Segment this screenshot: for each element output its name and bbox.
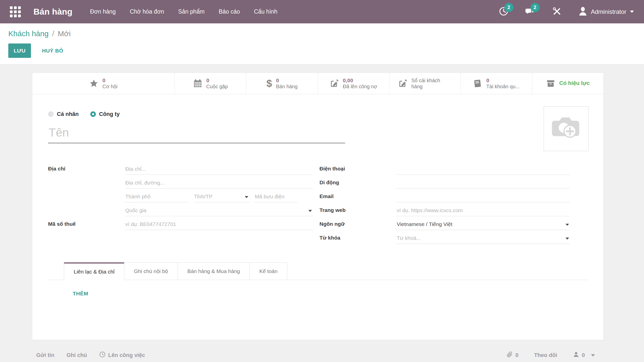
email-input[interactable] xyxy=(396,194,570,202)
schedule-activity-label: Lên công việc xyxy=(108,352,145,358)
tags-field xyxy=(396,235,570,244)
stat-active-toggle-button[interactable]: Có hiệu lực xyxy=(532,73,603,94)
app-title[interactable]: Bán hàng xyxy=(33,7,72,17)
stat-invoiced-value: 0,00 xyxy=(343,77,377,83)
stat-sales-button[interactable]: $ 0 Bán hàng xyxy=(246,73,318,94)
city-field xyxy=(125,194,188,202)
user-name: Administrator xyxy=(591,8,626,15)
website-input[interactable] xyxy=(396,207,570,216)
photo-upload[interactable] xyxy=(544,106,588,151)
followers-caret-icon[interactable] xyxy=(591,354,595,356)
apps-grid-icon[interactable] xyxy=(8,5,22,19)
breadcrumb: Khách hàng / Mới xyxy=(8,29,644,38)
follow-button[interactable]: Theo dõi xyxy=(534,352,557,358)
breadcrumb-customers-link[interactable]: Khách hàng xyxy=(8,29,49,38)
mobile-input[interactable] xyxy=(396,180,570,188)
followers-count: 0 xyxy=(582,352,585,358)
language-select[interactable] xyxy=(396,221,570,230)
state-dropdown-caret-icon[interactable] xyxy=(245,196,248,198)
company-radio-label: Công ty xyxy=(99,111,120,117)
mobile-field xyxy=(396,180,570,189)
name-field-underline xyxy=(48,125,345,143)
tab-contacts-addresses[interactable]: Liên lạc & Địa chỉ xyxy=(64,262,124,280)
stat-meetings-value: 0 xyxy=(206,77,228,83)
attachments-button[interactable]: 0 xyxy=(506,351,518,359)
messages-button[interactable]: 2 xyxy=(525,7,536,17)
radio-selected-icon[interactable] xyxy=(90,111,96,117)
tab-internal-notes[interactable]: Ghi chú nội bộ xyxy=(124,262,178,280)
tags-dropdown-caret-icon[interactable] xyxy=(566,238,569,240)
nav-products[interactable]: Sản phẩm xyxy=(178,8,205,15)
edit-icon xyxy=(398,79,407,88)
user-icon xyxy=(573,351,579,359)
stat-invoiced-label: Đã lên công nợ xyxy=(343,83,377,89)
tags-input[interactable] xyxy=(396,235,570,244)
vat-input[interactable] xyxy=(125,221,313,230)
stat-meetings-label: Cuộc gặp xyxy=(206,83,228,89)
address-label: Địa chỉ xyxy=(48,166,125,175)
street2-input[interactable] xyxy=(125,180,313,188)
address-column: Địa chỉ xyxy=(48,161,313,244)
street-field xyxy=(125,166,313,175)
state-input[interactable] xyxy=(193,194,249,202)
zip-field xyxy=(254,194,298,202)
topbar: Bán hàng Đơn hàng Chờ hóa đơn Sản phẩm B… xyxy=(0,0,644,23)
top-navigation: Đơn hàng Chờ hóa đơn Sản phẩm Báo cáo Cấ… xyxy=(90,8,277,15)
street-input[interactable] xyxy=(125,166,313,174)
individual-radio[interactable]: Cá nhân xyxy=(48,111,79,117)
breadcrumb-current: Mới xyxy=(58,29,70,38)
stat-bank-accounts-button[interactable]: 0 Tài khoản qu... xyxy=(461,73,532,94)
schedule-activity-button[interactable]: Lên công việc xyxy=(99,351,145,359)
developer-tools-button[interactable] xyxy=(552,7,562,17)
followers-button[interactable]: 0 xyxy=(573,351,595,359)
tab-accounting[interactable]: Kế toán xyxy=(250,262,287,280)
archive-icon xyxy=(546,79,555,88)
company-type-radios: Cá nhân Công ty xyxy=(48,111,588,117)
nav-to-invoice[interactable]: Chờ hóa đơn xyxy=(130,8,164,15)
tab-sales-purchases[interactable]: Bán hàng & Mua hàng xyxy=(178,262,250,280)
save-button[interactable]: LƯU xyxy=(8,43,31,58)
website-field xyxy=(396,207,570,216)
add-contact-link[interactable]: THÊM xyxy=(73,291,88,296)
company-radio[interactable]: Công ty xyxy=(90,111,120,117)
stat-invoiced-button[interactable]: 0,00 Đã lên công nợ xyxy=(318,73,389,94)
log-note-button[interactable]: Ghi chú xyxy=(66,352,87,358)
nav-reports[interactable]: Báo cáo xyxy=(219,8,240,15)
state-field xyxy=(193,194,249,202)
user-menu[interactable]: Administrator xyxy=(578,6,634,18)
radio-unselected-icon[interactable] xyxy=(48,111,54,117)
stat-opportunities-button[interactable]: 0 Cơ hội xyxy=(32,73,175,94)
street2-field xyxy=(125,180,313,189)
form-fields: Cá nhân Công ty xyxy=(32,94,603,338)
nav-configuration[interactable]: Cấu hình xyxy=(254,8,277,15)
zip-input[interactable] xyxy=(254,194,298,202)
messages-badge: 2 xyxy=(531,3,540,12)
website-label: Trang web xyxy=(319,207,396,216)
control-panel: Khách hàng / Mới LƯU HUỶ BỎ xyxy=(0,23,644,65)
activities-button[interactable]: 2 xyxy=(499,7,508,17)
country-input[interactable] xyxy=(125,207,313,216)
paperclip-icon xyxy=(506,351,513,359)
name-input[interactable] xyxy=(48,125,345,143)
topbar-right: 2 2 xyxy=(499,6,634,18)
stat-bank-accounts-value: 0 xyxy=(486,77,519,83)
form-actions: LƯU HUỶ BỎ xyxy=(8,43,644,58)
nav-orders[interactable]: Đơn hàng xyxy=(90,8,116,15)
city-input[interactable] xyxy=(125,194,188,202)
stat-partner-ledger-button[interactable]: Sổ cái khách hàng xyxy=(389,73,461,94)
discard-button[interactable]: HUỶ BỎ xyxy=(42,48,63,54)
stat-opportunities-value: 0 xyxy=(102,77,117,83)
individual-radio-label: Cá nhân xyxy=(57,111,79,117)
tags-label: Từ khóa xyxy=(319,235,396,244)
phone-input[interactable] xyxy=(396,166,570,174)
attachments-count: 0 xyxy=(515,352,518,358)
email-field xyxy=(396,194,570,202)
stat-meetings-button[interactable]: 0 Cuộc gặp xyxy=(175,73,246,94)
language-dropdown-caret-icon[interactable] xyxy=(566,224,569,226)
stat-sales-label: Bán hàng xyxy=(276,83,298,89)
country-dropdown-caret-icon[interactable] xyxy=(308,210,312,212)
vat-field xyxy=(125,221,313,230)
form-sheet: 0 Cơ hội xyxy=(32,72,604,340)
send-message-button[interactable]: Gửi tin xyxy=(36,352,54,358)
book-icon xyxy=(473,79,482,88)
